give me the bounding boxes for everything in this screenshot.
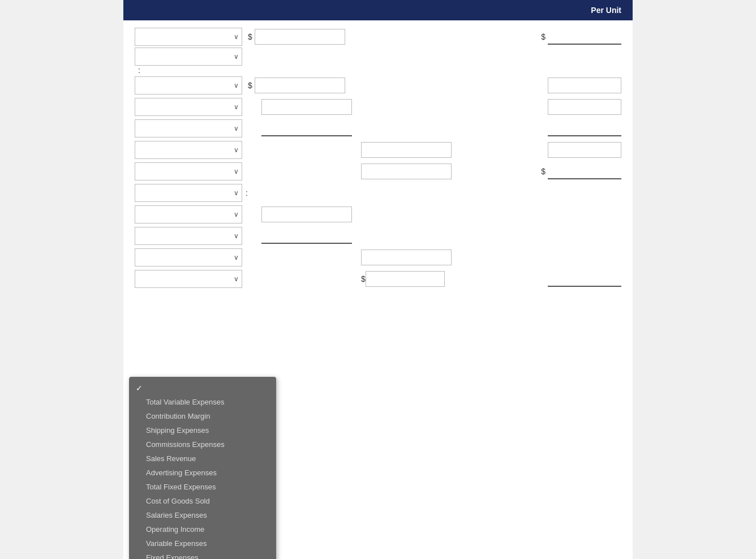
dropdown-item-fixed-expenses[interactable]: Fixed Expenses: [129, 551, 276, 559]
form-row-12: $: [135, 268, 621, 290]
form-area: $ $ :: [123, 20, 633, 295]
form-row-6: [135, 139, 621, 161]
form-row-2: :: [135, 48, 621, 75]
dollar-right-1: $: [541, 32, 545, 41]
right-cell-4: [508, 99, 621, 115]
form-row-10: [135, 225, 621, 247]
select-wrapper-4: [135, 98, 242, 116]
select-wrapper-7: [135, 162, 242, 180]
form-row-7: $: [135, 161, 621, 182]
mid-cell-7: [248, 164, 508, 179]
mid-input-7[interactable]: [361, 164, 452, 179]
form-row-8: :: [135, 182, 621, 204]
right-cell-6: [508, 142, 621, 158]
right-input-12[interactable]: [548, 271, 621, 287]
right-cell-5: [508, 121, 621, 136]
dropdown-check-item[interactable]: ✓: [129, 381, 276, 395]
select-1[interactable]: [135, 28, 242, 46]
mid-cell-11: [248, 250, 508, 265]
col-left-1: [135, 28, 248, 46]
dollar-mid-12: $: [361, 274, 366, 283]
select-5[interactable]: [135, 119, 242, 137]
select-7[interactable]: [135, 162, 242, 180]
mid-cell-10: [248, 228, 508, 244]
select-10[interactable]: [135, 227, 242, 245]
select-8[interactable]: [135, 184, 242, 202]
mid-input-1[interactable]: [255, 29, 345, 45]
dropdown-item-cost-of-goods-sold[interactable]: Cost of Goods Sold: [129, 494, 276, 508]
mid-input-5[interactable]: [261, 121, 352, 136]
dropdown-item-sales-revenue[interactable]: Sales Revenue: [129, 452, 276, 466]
mid-cell-3: $: [248, 78, 508, 93]
mid-input-6[interactable]: [361, 142, 452, 158]
mid-cell-6: [248, 142, 508, 158]
select-wrapper-3: [135, 76, 242, 94]
select-wrapper-5: [135, 119, 242, 137]
mid-input-4[interactable]: [261, 99, 352, 115]
mid-input-10[interactable]: [261, 228, 352, 244]
col-left-11: [135, 248, 248, 266]
dropdown-item-commissions-expenses[interactable]: Commissions Expenses: [129, 437, 276, 452]
select-wrapper-8: [135, 184, 242, 202]
right-input-4[interactable]: [548, 99, 621, 115]
mid-input-9[interactable]: [261, 207, 352, 222]
col-left-8: :: [135, 184, 248, 202]
select-wrapper-11: [135, 248, 242, 266]
col-left-4: [135, 98, 248, 116]
right-cell-3: [508, 78, 621, 93]
col-left-10: [135, 227, 248, 245]
dropdown-item-total-fixed-expenses[interactable]: Total Fixed Expenses: [129, 480, 276, 494]
right-cell-1: $: [508, 29, 621, 45]
select-9[interactable]: [135, 205, 242, 223]
form-row-11: [135, 247, 621, 268]
right-cell-7: $: [508, 164, 621, 179]
dropdown-item-operating-income[interactable]: Operating Income: [129, 522, 276, 536]
mid-cell-9: [248, 207, 508, 222]
mid-cell-12: $: [248, 271, 508, 287]
colon-2: :: [138, 66, 140, 75]
dropdown-item-variable-expenses[interactable]: Variable Expenses: [129, 536, 276, 551]
col-left-3: [135, 76, 248, 94]
mid-input-11[interactable]: [361, 250, 452, 265]
mid-input-12[interactable]: [366, 271, 445, 287]
select-12[interactable]: [135, 270, 242, 288]
right-input-3[interactable]: [548, 78, 621, 93]
per-unit-label: Per Unit: [591, 6, 621, 15]
dropdown-item-total-variable-expenses[interactable]: Total Variable Expenses: [129, 395, 276, 409]
right-input-1[interactable]: [548, 29, 621, 45]
select-4[interactable]: [135, 98, 242, 116]
dollar-mid-1: $: [248, 32, 252, 41]
col-left-9: [135, 205, 248, 223]
dropdown-item-advertising-expenses[interactable]: Advertising Expenses: [129, 466, 276, 480]
col-left-6: [135, 141, 248, 159]
right-input-6[interactable]: [548, 142, 621, 158]
header-bar: Per Unit: [123, 0, 633, 20]
dropdown-item-shipping-expenses[interactable]: Shipping Expenses: [129, 423, 276, 437]
select-11[interactable]: [135, 248, 242, 266]
form-row-1: $ $: [135, 26, 621, 48]
form-row-5: [135, 118, 621, 139]
form-row-4: [135, 96, 621, 118]
form-row-3: $: [135, 75, 621, 96]
select-wrapper-12: [135, 270, 242, 288]
select-3[interactable]: [135, 76, 242, 94]
col-left-5: [135, 119, 248, 137]
mid-cell-5: [248, 121, 508, 136]
select-2[interactable]: [135, 48, 242, 66]
select-wrapper-2: [135, 48, 242, 66]
right-input-7[interactable]: [548, 164, 621, 179]
col-left-12: [135, 270, 248, 288]
right-cell-12: [508, 271, 621, 287]
select-6[interactable]: [135, 141, 242, 159]
mid-cell-4: [248, 99, 508, 115]
right-input-5[interactable]: [548, 121, 621, 136]
col-left-7: [135, 162, 248, 180]
dropdown-item-contribution-margin[interactable]: Contribution Margin: [129, 409, 276, 423]
dropdown-item-salaries-expenses[interactable]: Salaries Expenses: [129, 508, 276, 522]
select-wrapper-9: [135, 205, 242, 223]
colon-8: :: [246, 188, 248, 197]
mid-input-3[interactable]: [255, 78, 345, 93]
form-row-9: [135, 204, 621, 225]
col-left-2: :: [135, 48, 248, 75]
dollar-mid-3: $: [248, 81, 252, 90]
